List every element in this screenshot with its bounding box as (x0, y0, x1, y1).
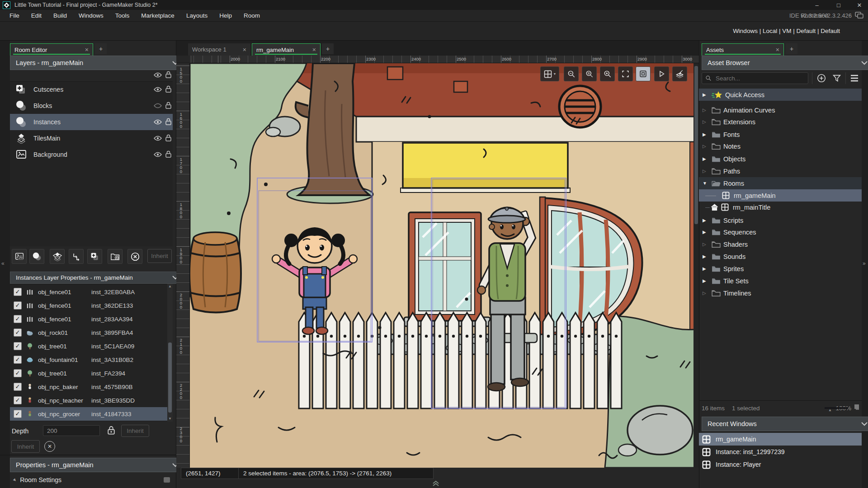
zoom-large-icon[interactable] (854, 404, 859, 409)
expander-icon[interactable]: ▷ (703, 169, 709, 174)
tree-shaders[interactable]: ▷ Shaders (699, 238, 862, 250)
instances-scrollbar[interactable]: ▲ ▼ (167, 284, 173, 422)
eye-icon[interactable] (154, 136, 162, 141)
all-layers-visibility-icon[interactable] (154, 72, 162, 78)
room-settings-section[interactable]: ▶Room Settings (14, 474, 173, 485)
menu-tools[interactable]: Tools (109, 10, 136, 22)
tab-workspace-1[interactable]: Workspace 1 × (188, 43, 250, 56)
tree-tile-sets[interactable]: ▶ Tile Sets (699, 275, 862, 287)
instances-properties-header[interactable]: Instances Layer Properties - rm_gameMain (10, 272, 184, 284)
tree-animation-curves[interactable]: ▷ Animation Curves (699, 104, 862, 116)
close-button[interactable]: ✕ (853, 0, 866, 10)
filter-icon[interactable] (832, 73, 842, 83)
canvas-zoom-reset-button[interactable] (582, 66, 597, 81)
selection-mode-button[interactable] (636, 66, 651, 81)
tree-rooms[interactable]: ▼ Rooms (699, 177, 862, 189)
close-icon[interactable]: × (312, 47, 316, 53)
menu-layouts[interactable]: Layouts (180, 10, 213, 22)
close-icon[interactable]: × (776, 47, 779, 53)
scrollbar-thumb[interactable] (168, 343, 172, 413)
add-background-layer-button[interactable] (12, 249, 27, 264)
menu-windows[interactable]: Windows (73, 10, 109, 22)
slider-marker-icon[interactable]: ▲ (828, 408, 832, 412)
recent-windows-header[interactable]: Recent Windows (702, 417, 868, 431)
expander-icon[interactable]: ▷ (703, 242, 709, 247)
instance-row[interactable]: ✓ obj_tree01 inst_FA2394 (10, 366, 171, 380)
tree-objects[interactable]: ▶ Objects (699, 153, 862, 165)
expander-icon[interactable]: ▶ (703, 254, 709, 259)
inherit-button[interactable]: Inherit (11, 440, 40, 453)
eye-icon[interactable] (154, 103, 162, 108)
expander-icon[interactable]: ▶ (703, 92, 709, 97)
instance-row[interactable]: ✓ obj_fence01 inst_32EB0ABA (10, 285, 171, 299)
depth-input[interactable] (43, 425, 100, 436)
new-layer-folder-button[interactable] (108, 249, 123, 264)
instance-row[interactable]: ✓ obj_fence01 inst_362DE133 (10, 299, 171, 312)
minimize-button[interactable]: – (810, 0, 824, 10)
expander-icon[interactable]: ▶ (703, 156, 709, 161)
expander-icon[interactable]: ▷ (703, 291, 709, 296)
lock-icon[interactable] (165, 85, 171, 93)
expander-icon[interactable]: ▶ (703, 230, 709, 235)
expander-icon[interactable]: ▶ (703, 278, 709, 283)
menu-hamburger-icon[interactable] (850, 74, 859, 82)
depth-inherit-button[interactable]: Inherit (121, 425, 149, 437)
add-workspace-button[interactable]: + (322, 43, 334, 54)
tree-sequences[interactable]: ▶ Sequences (699, 226, 862, 238)
room-canvas[interactable] (190, 63, 699, 468)
checkbox-checked[interactable]: ✓ (14, 342, 22, 350)
close-icon[interactable]: × (243, 47, 246, 53)
depth-lock-icon[interactable] (108, 426, 115, 435)
tree-extensions[interactable]: ▷ Extensions (699, 116, 862, 128)
canvas-zoom-out-button[interactable] (564, 66, 579, 81)
room-properties-header[interactable]: Properties - rm_gameMain (10, 458, 184, 472)
lock-icon[interactable] (165, 150, 171, 158)
checkbox-checked[interactable]: ✓ (14, 383, 22, 391)
tree-sounds[interactable]: ▶ Sounds (699, 250, 862, 263)
layer-row-instances[interactable]: Instances (10, 114, 173, 130)
instance-row[interactable]: ✓ obj_fence01 inst_283AA394 (10, 312, 171, 326)
recent-window-item[interactable]: Instance: inst_12997239 (699, 446, 862, 458)
menu-edit[interactable]: Edit (25, 10, 47, 22)
menu-marketplace[interactable]: Marketplace (135, 10, 180, 22)
target-config[interactable]: Windows | Local | VM | Default | Default (733, 28, 840, 34)
checkbox-checked[interactable]: ✓ (14, 328, 22, 337)
scrollbar-thumb[interactable] (694, 66, 698, 224)
tree-scripts[interactable]: ▶ Scripts (699, 214, 862, 226)
expander-icon[interactable]: ▶ (13, 478, 18, 483)
delete-layer-button[interactable] (127, 249, 142, 264)
search-box[interactable] (702, 72, 808, 84)
checkbox-checked[interactable]: ✓ (14, 356, 22, 364)
clear-inheritance-button[interactable]: ✕ (44, 441, 55, 452)
expander-icon[interactable]: ▷ (703, 144, 709, 149)
menu-room[interactable]: Room (238, 10, 266, 22)
checkbox-checked[interactable]: ✓ (14, 288, 22, 296)
recent-window-item[interactable]: rm_gameMain (699, 433, 862, 446)
close-icon[interactable]: × (85, 47, 89, 53)
add-tile-layer-button[interactable] (50, 249, 65, 264)
instance-row[interactable]: ✓ obj_tree01 inst_5C1AEA09 (10, 339, 171, 353)
chevron-down-icon[interactable]: ▼ (553, 72, 557, 75)
layer-row-cutscenes[interactable]: Cutscenes (10, 81, 173, 98)
expander-icon[interactable]: ▷ (703, 108, 709, 113)
add-asset-layer-button[interactable] (87, 249, 102, 264)
instance-row[interactable]: ✓ obj_rock01 inst_3895FBA4 (10, 326, 171, 339)
layer-row-background[interactable]: Background (10, 146, 173, 163)
grid-settings-button[interactable]: ▼ (540, 66, 559, 81)
expander-icon[interactable]: ▶ (703, 266, 709, 271)
lock-icon[interactable] (165, 102, 171, 109)
expander-icon[interactable]: ▶ (703, 132, 709, 137)
tree-notes[interactable]: ▷ Notes (699, 140, 862, 152)
canvas-vscrollbar[interactable] (693, 63, 699, 468)
add-instance-layer-button[interactable] (29, 249, 44, 264)
add-asset-icon[interactable] (816, 73, 826, 83)
collapse-icon[interactable]: ▼ (703, 181, 709, 186)
expander-icon[interactable]: ▶ (703, 218, 709, 223)
expand-statusbar-icon[interactable] (432, 480, 440, 487)
canvas-zoom-in-button[interactable] (600, 66, 615, 81)
tree-quick-access[interactable]: ▶ Quick Access (699, 89, 862, 101)
checkbox-checked[interactable]: ✓ (14, 369, 22, 377)
layers-header[interactable]: Layers - rm_gameMain (10, 56, 184, 70)
instance-row[interactable]: ✓ obj_fountain01 inst_3A31B0B2 (10, 353, 171, 366)
menu-file[interactable]: File (4, 10, 25, 22)
